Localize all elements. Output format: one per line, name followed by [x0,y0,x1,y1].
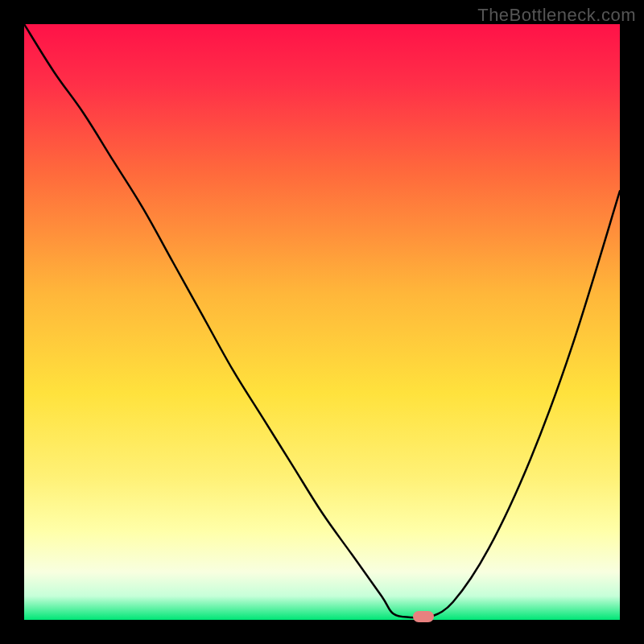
optimal-marker [413,611,434,622]
plot-area [24,24,620,620]
gradient-background [24,24,620,620]
chart-frame: TheBottleneck.com [0,0,644,644]
chart-svg [24,24,620,620]
watermark-text: TheBottleneck.com [477,5,636,26]
